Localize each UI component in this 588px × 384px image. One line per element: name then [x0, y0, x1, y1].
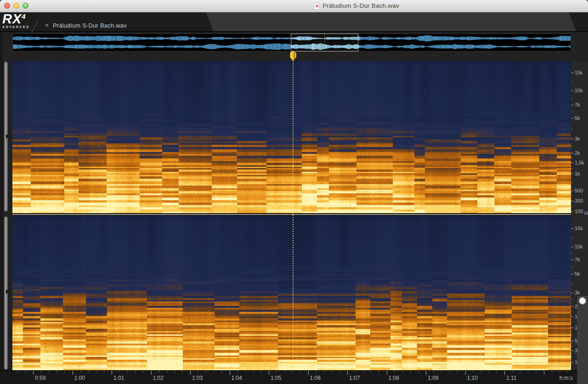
- freq-tick: [571, 105, 574, 105]
- time-tick: [190, 371, 191, 375]
- time-tick: [143, 371, 143, 373]
- close-window-button[interactable]: [4, 3, 10, 9]
- channel-right-handle-icon[interactable]: [6, 289, 10, 294]
- time-tick: [198, 371, 198, 373]
- freq-minor-tick: [571, 253, 573, 254]
- time-tick: [308, 371, 309, 375]
- time-tick: [284, 371, 285, 373]
- document-icon: [314, 3, 320, 10]
- time-tick: [324, 371, 324, 373]
- freq-tick-label: 15k: [575, 226, 583, 231]
- freq-tick-label: 10k: [575, 88, 583, 93]
- file-tab[interactable]: ✕ Präludium S-Dur Bach.wav: [40, 20, 204, 32]
- freq-minor-tick: [571, 112, 573, 112]
- time-tick: [112, 371, 112, 375]
- freq-tick: [571, 316, 574, 317]
- time-tick-label: 1:00: [74, 375, 85, 381]
- time-tick: [410, 371, 411, 373]
- time-tick: [64, 371, 65, 373]
- freq-tick: [571, 328, 574, 328]
- freq-tick-label: 100: [575, 209, 583, 214]
- time-tick: [237, 371, 238, 373]
- time-tick: [481, 371, 481, 373]
- freq-tick: [571, 174, 574, 174]
- time-tick: [49, 371, 49, 373]
- time-tick: [347, 371, 348, 375]
- time-tick: [221, 371, 222, 373]
- zoom-window-button[interactable]: [23, 3, 28, 9]
- freq-tick-label: 7k: [575, 102, 580, 107]
- minimize-window-button[interactable]: [13, 3, 19, 9]
- time-tick: [441, 371, 442, 373]
- freq-minor-tick: [571, 158, 573, 158]
- time-tick: [167, 371, 167, 373]
- time-tick-label: 1:01: [113, 375, 124, 381]
- time-tick-label: 1:06: [310, 375, 321, 381]
- freq-tick: [571, 211, 574, 212]
- freq-tick: [571, 118, 574, 119]
- tab-close-icon[interactable]: ✕: [45, 22, 49, 28]
- time-tick: [552, 371, 552, 373]
- time-tick: [230, 371, 230, 375]
- freq-tick-label: 3k: [575, 136, 580, 141]
- freq-minor-tick: [571, 129, 573, 129]
- time-tick: [355, 371, 356, 373]
- time-ruler[interactable]: h:m:s 0:591:001:011:021:031:041:051:061:…: [0, 370, 588, 384]
- freq-tick: [571, 153, 574, 153]
- channel-left-handle-icon[interactable]: [6, 134, 10, 139]
- time-tick: [512, 371, 513, 373]
- freq-minor-tick: [571, 267, 573, 267]
- channel-divider[interactable]: [12, 214, 588, 215]
- time-tick: [57, 371, 57, 373]
- panel-knob-icon[interactable]: [579, 297, 586, 305]
- time-tick-label: 1:09: [428, 375, 438, 381]
- time-tick: [261, 371, 261, 373]
- time-tick: [214, 371, 214, 373]
- time-tick-label: 1:10: [467, 375, 478, 381]
- freq-minor-tick: [571, 356, 573, 357]
- time-tick: [544, 371, 544, 375]
- playhead-marker[interactable]: [290, 51, 296, 61]
- freq-minor-tick: [571, 182, 573, 183]
- time-tick: [379, 371, 379, 373]
- time-tick: [504, 371, 505, 375]
- time-tick-label: 1:07: [349, 375, 360, 381]
- time-unit-label[interactable]: h:m:s: [560, 375, 573, 381]
- spectrogram-channel-right[interactable]: [12, 216, 571, 370]
- time-tick: [387, 371, 387, 375]
- app-window: Präludium S-Dur Bach.wav RX4 ADVANCED ✕ …: [0, 0, 588, 384]
- freq-tick: [571, 163, 574, 163]
- freq-minor-tick: [571, 322, 573, 322]
- time-tick: [119, 371, 120, 373]
- time-tick: [465, 371, 466, 375]
- time-tick: [96, 371, 96, 373]
- time-tick: [418, 371, 418, 373]
- freq-tick-label: 3k: [575, 290, 580, 295]
- time-tick: [245, 371, 246, 373]
- time-tick: [567, 371, 568, 373]
- time-tick: [25, 371, 26, 373]
- freq-tick: [571, 247, 574, 247]
- time-tick-label: 1:11: [506, 375, 516, 381]
- time-tick: [473, 371, 474, 373]
- time-tick: [175, 371, 175, 373]
- time-tick: [371, 371, 371, 373]
- time-tick: [292, 371, 293, 373]
- time-tick: [520, 371, 520, 373]
- time-tick-label: 0:59: [35, 375, 45, 381]
- freq-minor-tick: [571, 237, 573, 238]
- right-panel-handle[interactable]: [577, 296, 588, 384]
- freq-unit-label: Hz: [584, 210, 588, 216]
- time-tick: [41, 371, 41, 373]
- overview-playhead-line: [324, 34, 325, 51]
- spectrogram-channel-left[interactable]: [12, 61, 571, 213]
- freq-tick: [571, 362, 574, 362]
- time-tick: [127, 371, 128, 373]
- time-tick: [560, 371, 560, 373]
- window-title: Präludium S-Dur Bach.wav: [322, 2, 399, 9]
- freq-tick: [571, 191, 574, 191]
- editor-workspace: 15k10k7k5k3k2k1,5k1k500300100Hz15k10k7k5…: [0, 32, 588, 384]
- freq-minor-tick: [571, 196, 573, 196]
- freq-minor-tick: [571, 82, 573, 82]
- time-tick: [489, 371, 489, 373]
